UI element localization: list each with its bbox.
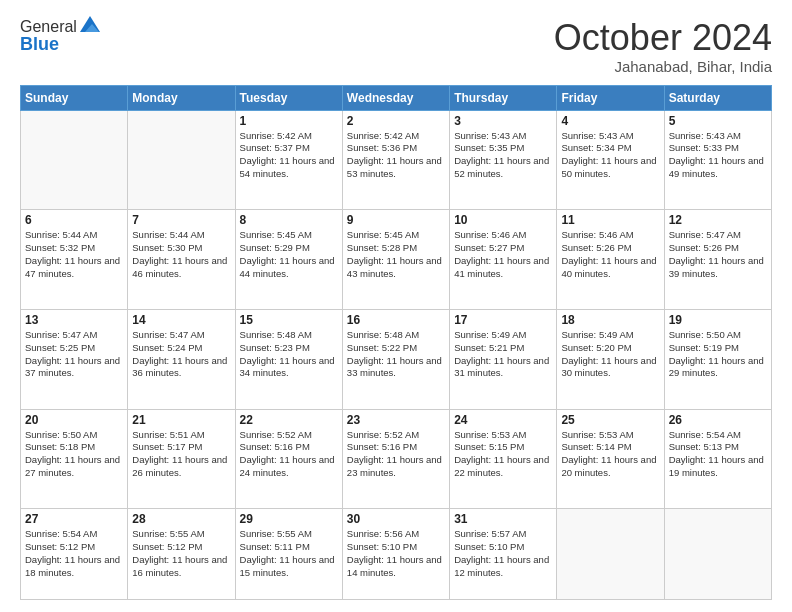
day-number: 10	[454, 213, 552, 227]
day-number: 17	[454, 313, 552, 327]
cell-content: Sunrise: 5:44 AMSunset: 5:30 PMDaylight:…	[132, 229, 230, 280]
day-number: 2	[347, 114, 445, 128]
calendar-cell: 27Sunrise: 5:54 AMSunset: 5:12 PMDayligh…	[21, 509, 128, 600]
month-title: October 2024	[554, 18, 772, 58]
cell-content: Sunrise: 5:46 AMSunset: 5:27 PMDaylight:…	[454, 229, 552, 280]
cell-content: Sunrise: 5:57 AMSunset: 5:10 PMDaylight:…	[454, 528, 552, 579]
day-number: 5	[669, 114, 767, 128]
day-number: 28	[132, 512, 230, 526]
day-number: 14	[132, 313, 230, 327]
calendar-cell: 3Sunrise: 5:43 AMSunset: 5:35 PMDaylight…	[450, 110, 557, 210]
day-header-monday: Monday	[128, 85, 235, 110]
day-header-sunday: Sunday	[21, 85, 128, 110]
cell-content: Sunrise: 5:52 AMSunset: 5:16 PMDaylight:…	[240, 429, 338, 480]
cell-content: Sunrise: 5:54 AMSunset: 5:13 PMDaylight:…	[669, 429, 767, 480]
calendar-cell: 16Sunrise: 5:48 AMSunset: 5:22 PMDayligh…	[342, 309, 449, 409]
calendar-cell: 5Sunrise: 5:43 AMSunset: 5:33 PMDaylight…	[664, 110, 771, 210]
day-number: 7	[132, 213, 230, 227]
logo-icon	[79, 14, 101, 36]
calendar-cell	[557, 509, 664, 600]
calendar-cell: 9Sunrise: 5:45 AMSunset: 5:28 PMDaylight…	[342, 210, 449, 310]
cell-content: Sunrise: 5:42 AMSunset: 5:37 PMDaylight:…	[240, 130, 338, 181]
calendar-cell: 14Sunrise: 5:47 AMSunset: 5:24 PMDayligh…	[128, 309, 235, 409]
cell-content: Sunrise: 5:45 AMSunset: 5:29 PMDaylight:…	[240, 229, 338, 280]
cell-content: Sunrise: 5:43 AMSunset: 5:33 PMDaylight:…	[669, 130, 767, 181]
day-header-thursday: Thursday	[450, 85, 557, 110]
calendar-cell: 31Sunrise: 5:57 AMSunset: 5:10 PMDayligh…	[450, 509, 557, 600]
day-number: 13	[25, 313, 123, 327]
calendar-cell: 18Sunrise: 5:49 AMSunset: 5:20 PMDayligh…	[557, 309, 664, 409]
cell-content: Sunrise: 5:43 AMSunset: 5:35 PMDaylight:…	[454, 130, 552, 181]
calendar-cell: 17Sunrise: 5:49 AMSunset: 5:21 PMDayligh…	[450, 309, 557, 409]
day-header-wednesday: Wednesday	[342, 85, 449, 110]
day-number: 22	[240, 413, 338, 427]
header: General Blue October 2024 Jahanabad, Bih…	[20, 18, 772, 75]
day-header-tuesday: Tuesday	[235, 85, 342, 110]
calendar-cell: 10Sunrise: 5:46 AMSunset: 5:27 PMDayligh…	[450, 210, 557, 310]
calendar-cell: 21Sunrise: 5:51 AMSunset: 5:17 PMDayligh…	[128, 409, 235, 509]
day-number: 23	[347, 413, 445, 427]
cell-content: Sunrise: 5:55 AMSunset: 5:12 PMDaylight:…	[132, 528, 230, 579]
cell-content: Sunrise: 5:51 AMSunset: 5:17 PMDaylight:…	[132, 429, 230, 480]
day-number: 9	[347, 213, 445, 227]
calendar-table: SundayMondayTuesdayWednesdayThursdayFrid…	[20, 85, 772, 600]
day-number: 25	[561, 413, 659, 427]
calendar-cell: 23Sunrise: 5:52 AMSunset: 5:16 PMDayligh…	[342, 409, 449, 509]
cell-content: Sunrise: 5:49 AMSunset: 5:21 PMDaylight:…	[454, 329, 552, 380]
day-number: 3	[454, 114, 552, 128]
calendar-cell: 29Sunrise: 5:55 AMSunset: 5:11 PMDayligh…	[235, 509, 342, 600]
cell-content: Sunrise: 5:42 AMSunset: 5:36 PMDaylight:…	[347, 130, 445, 181]
cell-content: Sunrise: 5:53 AMSunset: 5:14 PMDaylight:…	[561, 429, 659, 480]
cell-content: Sunrise: 5:55 AMSunset: 5:11 PMDaylight:…	[240, 528, 338, 579]
week-row-2: 6Sunrise: 5:44 AMSunset: 5:32 PMDaylight…	[21, 210, 772, 310]
calendar-cell: 22Sunrise: 5:52 AMSunset: 5:16 PMDayligh…	[235, 409, 342, 509]
cell-content: Sunrise: 5:49 AMSunset: 5:20 PMDaylight:…	[561, 329, 659, 380]
cell-content: Sunrise: 5:52 AMSunset: 5:16 PMDaylight:…	[347, 429, 445, 480]
cell-content: Sunrise: 5:48 AMSunset: 5:23 PMDaylight:…	[240, 329, 338, 380]
cell-content: Sunrise: 5:47 AMSunset: 5:26 PMDaylight:…	[669, 229, 767, 280]
calendar-cell	[128, 110, 235, 210]
week-row-1: 1Sunrise: 5:42 AMSunset: 5:37 PMDaylight…	[21, 110, 772, 210]
calendar-cell: 13Sunrise: 5:47 AMSunset: 5:25 PMDayligh…	[21, 309, 128, 409]
calendar-cell: 2Sunrise: 5:42 AMSunset: 5:36 PMDaylight…	[342, 110, 449, 210]
day-number: 21	[132, 413, 230, 427]
cell-content: Sunrise: 5:53 AMSunset: 5:15 PMDaylight:…	[454, 429, 552, 480]
logo-blue-text: Blue	[20, 34, 101, 55]
calendar-cell: 24Sunrise: 5:53 AMSunset: 5:15 PMDayligh…	[450, 409, 557, 509]
location: Jahanabad, Bihar, India	[554, 58, 772, 75]
calendar-cell: 7Sunrise: 5:44 AMSunset: 5:30 PMDaylight…	[128, 210, 235, 310]
cell-content: Sunrise: 5:46 AMSunset: 5:26 PMDaylight:…	[561, 229, 659, 280]
calendar-cell	[21, 110, 128, 210]
day-number: 4	[561, 114, 659, 128]
day-number: 27	[25, 512, 123, 526]
cell-content: Sunrise: 5:54 AMSunset: 5:12 PMDaylight:…	[25, 528, 123, 579]
day-number: 6	[25, 213, 123, 227]
cell-content: Sunrise: 5:50 AMSunset: 5:19 PMDaylight:…	[669, 329, 767, 380]
day-number: 12	[669, 213, 767, 227]
day-number: 8	[240, 213, 338, 227]
cell-content: Sunrise: 5:47 AMSunset: 5:24 PMDaylight:…	[132, 329, 230, 380]
calendar-cell: 11Sunrise: 5:46 AMSunset: 5:26 PMDayligh…	[557, 210, 664, 310]
cell-content: Sunrise: 5:45 AMSunset: 5:28 PMDaylight:…	[347, 229, 445, 280]
cell-content: Sunrise: 5:47 AMSunset: 5:25 PMDaylight:…	[25, 329, 123, 380]
calendar-cell: 6Sunrise: 5:44 AMSunset: 5:32 PMDaylight…	[21, 210, 128, 310]
calendar-cell: 19Sunrise: 5:50 AMSunset: 5:19 PMDayligh…	[664, 309, 771, 409]
cell-content: Sunrise: 5:56 AMSunset: 5:10 PMDaylight:…	[347, 528, 445, 579]
day-number: 26	[669, 413, 767, 427]
day-header-saturday: Saturday	[664, 85, 771, 110]
calendar-cell: 25Sunrise: 5:53 AMSunset: 5:14 PMDayligh…	[557, 409, 664, 509]
title-block: October 2024 Jahanabad, Bihar, India	[554, 18, 772, 75]
day-number: 30	[347, 512, 445, 526]
calendar-cell: 8Sunrise: 5:45 AMSunset: 5:29 PMDaylight…	[235, 210, 342, 310]
calendar-header-row: SundayMondayTuesdayWednesdayThursdayFrid…	[21, 85, 772, 110]
day-number: 18	[561, 313, 659, 327]
cell-content: Sunrise: 5:50 AMSunset: 5:18 PMDaylight:…	[25, 429, 123, 480]
day-number: 29	[240, 512, 338, 526]
logo: General Blue	[20, 18, 101, 55]
calendar-cell: 20Sunrise: 5:50 AMSunset: 5:18 PMDayligh…	[21, 409, 128, 509]
day-number: 31	[454, 512, 552, 526]
calendar-cell: 15Sunrise: 5:48 AMSunset: 5:23 PMDayligh…	[235, 309, 342, 409]
day-number: 11	[561, 213, 659, 227]
cell-content: Sunrise: 5:48 AMSunset: 5:22 PMDaylight:…	[347, 329, 445, 380]
day-number: 19	[669, 313, 767, 327]
